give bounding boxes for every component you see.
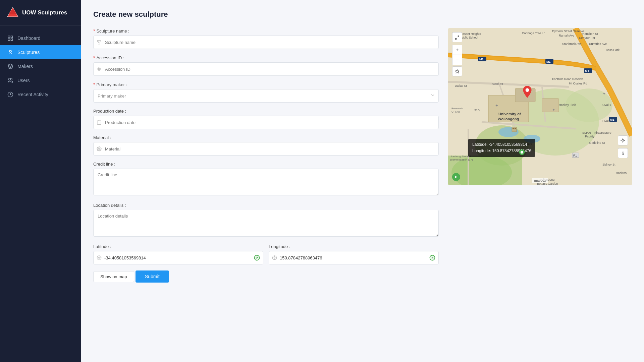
accession-id-label: * Accession ID :: [93, 55, 439, 60]
gear-icon: [97, 146, 102, 152]
svg-text:C) (70): C) (70): [451, 110, 460, 113]
submit-button[interactable]: Submit: [136, 270, 169, 283]
primary-maker-group: * Primary maker : Primary maker: [93, 82, 439, 103]
svg-rect-92: [513, 128, 514, 129]
svg-text:Binda St: Binda St: [492, 82, 503, 86]
svg-point-99: [521, 151, 523, 154]
svg-text:Dallas St: Dallas St: [455, 84, 467, 87]
svg-text:SMART Infrastructure: SMART Infrastructure: [582, 131, 611, 134]
svg-text:Hamilton St: Hamilton St: [582, 32, 598, 36]
svg-text:Stanbrock Ave: Stanbrock Ave: [562, 42, 582, 46]
map-controls: + −: [452, 32, 462, 76]
svg-text:Mt Ousley Rd: Mt Ousley Rd: [569, 82, 587, 85]
main-content: Create new sculpture * Sculpture name :: [81, 0, 644, 362]
svg-text:Research: Research: [451, 107, 463, 110]
fullscreen-button[interactable]: [452, 32, 462, 42]
geolocate-button[interactable]: [618, 135, 628, 145]
svg-text:P1: P1: [573, 154, 577, 157]
info-button[interactable]: ℹ: [618, 148, 628, 158]
sidebar-item-sculptures[interactable]: Sculptures: [0, 45, 81, 59]
play-button[interactable]: [452, 173, 460, 181]
svg-point-7: [9, 78, 11, 80]
credit-line-textarea[interactable]: [93, 169, 439, 195]
zoom-in-button[interactable]: +: [452, 45, 462, 55]
svg-point-17: [99, 148, 100, 149]
svg-text:Sidney St: Sidney St: [602, 163, 615, 166]
primary-maker-label: * Primary maker :: [93, 82, 439, 87]
svg-rect-3: [11, 36, 13, 38]
latitude-input-wrapper: [93, 251, 263, 264]
sculpture-name-label: * Sculpture name :: [93, 28, 439, 34]
svg-text:Dymock Street Reserve: Dymock Street Reserve: [552, 29, 584, 33]
zoom-out-button[interactable]: −: [452, 55, 462, 65]
check-circle-icon-2: [429, 255, 435, 261]
sidebar-item-label: Makers: [17, 64, 33, 69]
sculptures-icon: [7, 49, 13, 55]
green-location-pin: [519, 149, 525, 157]
production-date-group: Production date :: [93, 109, 439, 129]
svg-rect-2: [8, 36, 10, 38]
svg-text:Hoskins: Hoskins: [616, 171, 627, 175]
latitude-group: Latitude :: [93, 244, 263, 264]
svg-line-12: [100, 67, 100, 71]
sculpture-name-input[interactable]: [93, 36, 439, 49]
calendar-icon: [97, 120, 102, 125]
dashboard-icon: [7, 35, 13, 41]
svg-text:Madoline St: Madoline St: [589, 141, 605, 144]
longitude-input-wrapper: [269, 251, 439, 264]
accession-id-input[interactable]: [93, 62, 439, 76]
credit-line-label: Credit line :: [93, 162, 439, 167]
primary-maker-select[interactable]: Primary maker: [93, 89, 439, 103]
sidebar-item-users[interactable]: Users: [0, 73, 81, 87]
svg-point-6: [9, 50, 11, 52]
sidebar-item-recent-activity[interactable]: Recent Activity: [0, 87, 81, 102]
hash-icon: [97, 67, 102, 72]
svg-point-97: [526, 88, 529, 92]
primary-maker-select-wrapper: Primary maker: [93, 89, 439, 103]
svg-marker-1: [9, 10, 17, 14]
latitude-label: Latitude :: [93, 244, 263, 249]
svg-text:Oval 3: Oval 3: [602, 119, 611, 123]
svg-text:M1: M1: [585, 69, 589, 73]
svg-text:University of: University of: [498, 112, 521, 116]
logo-icon: [7, 7, 19, 19]
svg-text:Wollongong: Wollongong: [498, 117, 519, 121]
material-input[interactable]: [93, 142, 439, 156]
latitude-input[interactable]: [93, 251, 263, 264]
svg-text:Hockey Field: Hockey Field: [559, 103, 576, 107]
sidebar-item-makers[interactable]: Makers: [0, 59, 81, 73]
material-group: Material :: [93, 135, 439, 156]
compass-button[interactable]: [452, 66, 462, 76]
location-details-label: Location details :: [93, 203, 439, 208]
longitude-input[interactable]: [269, 251, 439, 264]
production-date-input[interactable]: [93, 116, 439, 129]
svg-text:31B: 31B: [474, 109, 480, 112]
sidebar-item-label: Users: [17, 78, 30, 83]
accession-id-input-wrapper: [93, 62, 439, 76]
svg-rect-45: [542, 99, 559, 112]
svg-text:Ramah Ave: Ramah Ave: [559, 34, 574, 37]
location-details-textarea[interactable]: [93, 210, 439, 237]
page-title: Create new sculpture: [93, 10, 632, 19]
svg-text:Oval 1: Oval 1: [602, 103, 611, 107]
users-icon: [7, 77, 13, 83]
sculpture-name-input-wrapper: [93, 36, 439, 49]
map-pin: [523, 86, 532, 99]
svg-text:Public School: Public School: [460, 36, 478, 39]
form-map-wrapper: * Sculpture name : * Accession ID :: [93, 28, 632, 288]
map-attribution: mapbox: [532, 178, 548, 183]
accession-id-group: * Accession ID :: [93, 55, 439, 76]
sidebar-item-dashboard[interactable]: Dashboard: [0, 31, 81, 45]
show-on-map-button[interactable]: Show on map: [93, 271, 134, 282]
location-icon: [97, 255, 102, 260]
longitude-label: Longitude :: [269, 244, 439, 249]
location-details-group: Location details :: [93, 203, 439, 238]
create-sculpture-form: * Sculpture name : * Accession ID :: [93, 28, 439, 288]
lat-lng-row: Latitude : Longitude :: [93, 244, 439, 264]
svg-text:ccommodation (37): ccommodation (37): [450, 158, 473, 161]
sculpture-name-group: * Sculpture name :: [93, 28, 439, 49]
svg-rect-5: [11, 39, 13, 41]
map-section: University of Wollongong Dallas St Binda…: [448, 28, 632, 185]
map-container[interactable]: University of Wollongong Dallas St Binda…: [448, 28, 632, 185]
sidebar: UOW Sculptures Dashboard Sculptures Make…: [0, 0, 81, 362]
